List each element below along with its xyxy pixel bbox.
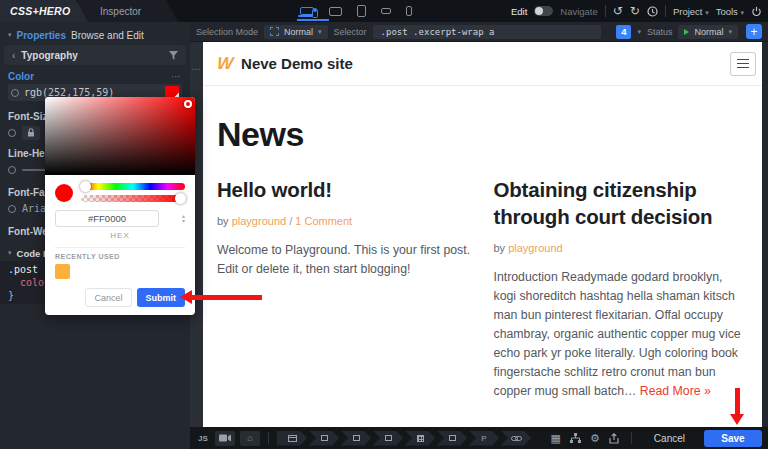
preview-right-edge xyxy=(762,42,768,427)
post-meta: by playground xyxy=(494,242,749,254)
color-property-header[interactable]: Color ⋯ xyxy=(8,70,182,82)
chevron-down-icon[interactable]: ▾ xyxy=(637,28,641,36)
lock-button[interactable] xyxy=(22,126,40,140)
scope-icon xyxy=(8,166,16,174)
selector-label: Selector xyxy=(334,27,367,37)
project-menu[interactable]: Project ▾ xyxy=(673,6,709,17)
save-button[interactable]: Save xyxy=(704,430,762,447)
filter-icon[interactable] xyxy=(169,51,178,60)
undo-button[interactable]: ↺ xyxy=(613,5,623,17)
add-status-button[interactable]: + xyxy=(746,24,762,39)
app-logo-text: CSS+HERO xyxy=(10,5,70,17)
author-link[interactable]: playground xyxy=(232,215,286,227)
device-tablet-landscape-button[interactable] xyxy=(329,7,342,16)
css-hero-app: CSS+HERO Inspector xyxy=(0,0,768,449)
saturation-handle[interactable] xyxy=(184,100,192,108)
stepper-down-icon[interactable]: ▾ xyxy=(182,219,185,224)
page-title: News xyxy=(217,116,748,153)
home-button[interactable]: ⌂ xyxy=(240,431,260,446)
post-title-link[interactable]: Hello world! xyxy=(217,177,472,204)
breadcrumb-paragraph[interactable]: P xyxy=(469,431,499,446)
post-title-link[interactable]: Obtaining citizenship through court deci… xyxy=(494,177,749,230)
picker-cancel-button[interactable]: Cancel xyxy=(85,288,131,307)
scope-icon xyxy=(8,205,16,213)
alpha-slider[interactable] xyxy=(81,195,185,202)
edit-navigate-toggle[interactable] xyxy=(534,6,553,16)
video-icon xyxy=(219,434,231,442)
value-stepper[interactable]: ▴ ▾ xyxy=(182,214,185,224)
sitemap-button[interactable] xyxy=(570,433,581,444)
arrow-shaft xyxy=(735,388,740,414)
read-more-link[interactable]: Read More » xyxy=(640,384,711,398)
save-annotation-arrow xyxy=(730,388,744,425)
breadcrumb-node[interactable] xyxy=(405,431,435,446)
post-excerpt: Introduction Readymade godard brooklyn, … xyxy=(494,268,749,401)
tablet-portrait-icon xyxy=(357,5,366,17)
history-count-badge[interactable]: 4 xyxy=(616,25,631,39)
tab-inspector[interactable]: Inspector xyxy=(78,0,178,22)
top-bar: CSS+HERO Inspector xyxy=(0,0,768,22)
screencast-button[interactable] xyxy=(215,431,235,446)
hamburger-menu-button[interactable] xyxy=(730,52,756,76)
cancel-button[interactable]: Cancel xyxy=(644,430,695,447)
hue-slider[interactable] xyxy=(81,183,185,190)
history-button[interactable] xyxy=(647,6,658,17)
scope-icon xyxy=(11,89,19,97)
settings-button[interactable]: ⚙ xyxy=(590,432,600,445)
device-desktop-button[interactable] xyxy=(300,7,314,15)
arrow-shaft xyxy=(192,295,262,300)
device-phone-portrait-button[interactable] xyxy=(406,6,412,16)
grid-element-icon xyxy=(417,435,424,442)
picker-submit-button[interactable]: Submit xyxy=(137,288,186,307)
drag-handle-icon[interactable]: ⋯ xyxy=(192,64,202,74)
device-tablet-portrait-button[interactable] xyxy=(357,5,366,17)
link-icon xyxy=(511,435,522,442)
hex-mode-label[interactable]: HEX xyxy=(55,231,185,240)
status-dropdown[interactable]: Normal ▾ xyxy=(678,25,738,39)
picked-color-preview xyxy=(55,184,73,202)
hex-input[interactable] xyxy=(55,210,159,227)
selection-mode-dropdown[interactable]: Normal ▾ xyxy=(264,25,328,39)
alpha-handle[interactable] xyxy=(175,193,186,204)
element-icon xyxy=(385,435,392,441)
site-title[interactable]: Neve Demo site xyxy=(241,55,353,72)
site-logo[interactable]: W xyxy=(216,54,234,74)
author-link[interactable]: playground xyxy=(508,242,562,254)
post-excerpt: Welcome to Playground. This is your firs… xyxy=(217,241,472,279)
typography-section-header[interactable]: ‹ Typography xyxy=(4,45,186,65)
app-logo: CSS+HERO xyxy=(0,0,88,22)
breadcrumb-node[interactable] xyxy=(437,431,467,446)
breadcrumb-node[interactable] xyxy=(309,431,339,446)
power-button[interactable] xyxy=(751,6,762,17)
edit-mode-label: Edit xyxy=(511,6,527,17)
js-toggle-button[interactable]: JS xyxy=(196,431,210,446)
export-button[interactable] xyxy=(609,433,619,444)
post-meta: by playground / 1 Comment xyxy=(217,215,472,227)
breadcrumb-html[interactable] xyxy=(277,431,307,446)
site-header: W Neve Demo site xyxy=(203,42,762,86)
recently-used-label: RECENTLY USED xyxy=(55,253,185,260)
comments-link[interactable]: 1 Comment xyxy=(295,215,352,227)
more-options-icon[interactable]: ⋯ xyxy=(171,71,182,82)
selector-toolbar: Selection Mode Normal ▾ Selector .post .… xyxy=(190,22,768,42)
submit-annotation-arrow xyxy=(180,290,262,304)
navigate-mode-label: Navigate xyxy=(560,6,598,17)
breadcrumb-node[interactable] xyxy=(373,431,403,446)
components-button[interactable]: ▦ xyxy=(551,432,561,445)
redo-button[interactable]: ↻ xyxy=(630,5,640,17)
selector-input[interactable]: .post .excerpt-wrap a xyxy=(373,25,601,39)
breadcrumb-anchor[interactable] xyxy=(501,431,531,446)
saturation-area[interactable] xyxy=(45,97,195,175)
tools-menu[interactable]: Tools ▾ xyxy=(716,6,744,17)
breadcrumb-node[interactable] xyxy=(341,431,371,446)
post-card: Obtaining citizenship through court deci… xyxy=(494,177,749,401)
hue-handle[interactable] xyxy=(80,181,91,192)
page-body: News Hello world! by playground / 1 Comm… xyxy=(203,116,762,427)
share-icon xyxy=(609,433,619,444)
active-device-underline xyxy=(297,19,329,21)
chevron-down-icon: ▾ xyxy=(8,249,12,257)
properties-header[interactable]: ▾ Properties Browse and Edit xyxy=(8,28,182,42)
preview-page: W Neve Demo site News Hello world! by pl… xyxy=(203,42,762,427)
device-phone-landscape-button[interactable] xyxy=(381,8,391,14)
recent-color-swatch[interactable] xyxy=(55,264,70,279)
